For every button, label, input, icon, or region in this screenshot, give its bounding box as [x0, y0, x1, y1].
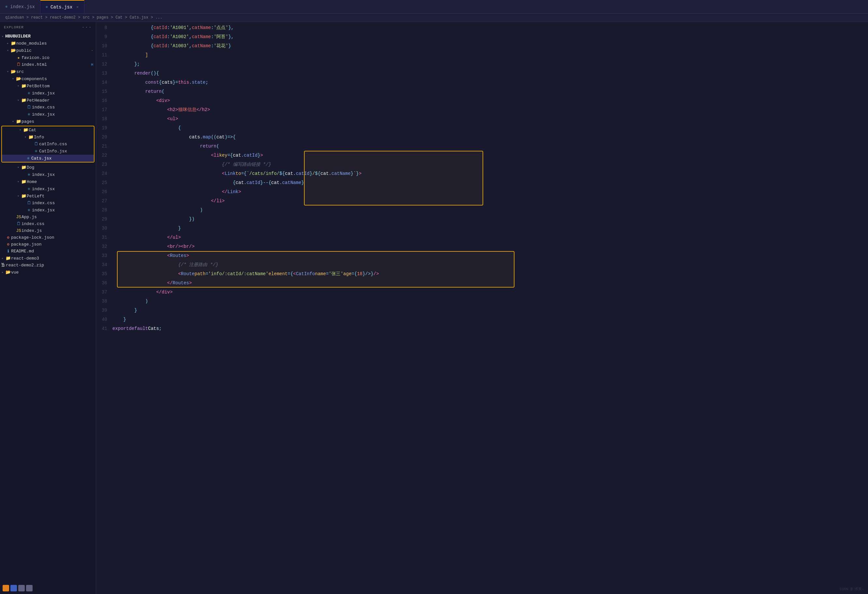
folder-icon-petleft: 📁 [21, 193, 27, 199]
tree-item-readme[interactable]: ℹ README.md [0, 248, 96, 255]
sidebar-menu-button[interactable]: ··· [81, 24, 92, 30]
main-layout: EXPLORER ··· HBUBUILDER 📁 node_modules 📂… [0, 22, 868, 594]
tree-label-dog-index: index.jsx [32, 172, 96, 177]
code-line-26: </Link> [112, 187, 862, 196]
tree-arrow-petleft [16, 194, 21, 198]
tab-cats-jsx[interactable]: ⚛ Cats.jsx ✕ [40, 0, 84, 13]
code-line-12: }; [112, 60, 862, 69]
tree-label-react-demo2-zip: react-demo2.zip [6, 263, 96, 268]
tree-label-petleft: PetLeft [27, 194, 96, 199]
code-line-19: { [112, 124, 862, 133]
tree-label-index-html: index.html [22, 62, 91, 67]
tree-item-cat[interactable]: 📁 Cat [2, 126, 94, 134]
tree-label-info: Info [34, 135, 94, 140]
tab-index-jsx-label: index.jsx [10, 4, 35, 9]
code-line-30: } [112, 224, 862, 233]
tree-item-package-lock[interactable]: ⚙ package-lock.json [0, 234, 96, 241]
tree-label-catinfo-css: catInfo.css [39, 141, 94, 147]
tree-item-package-json[interactable]: ⚙ package.json [0, 241, 96, 248]
code-line-34: {/* 注册路由 */} [112, 260, 862, 269]
tree-label-index-css: index.css [22, 221, 96, 226]
tree-label-dog: Dog [27, 165, 96, 170]
code-line-36: </Routes> [112, 279, 862, 287]
tree-label-readme: README.md [11, 249, 96, 254]
tree-item-index-html[interactable]: 🗒 index.html M [0, 61, 96, 68]
tree-item-react-demo2-zip[interactable]: 🗜 react-demo2.zip [0, 262, 96, 269]
tree-item-hbubuilder[interactable]: HBUBUILDER [0, 33, 96, 40]
tree-item-dog-index[interactable]: ⚛ index.jsx [0, 171, 96, 178]
tree-item-public[interactable]: 📂 public · [0, 47, 96, 54]
tree-label-cats-jsx: Cats.jsx [31, 156, 94, 161]
folder-icon-info: 📁 [28, 134, 34, 140]
tree-item-petleft-jsx[interactable]: ⚛ index.jsx [0, 206, 96, 214]
tree-item-catinfo-jsx[interactable]: ⚛ CatInfo.jsx [2, 147, 94, 155]
code-line-27: </li> [112, 196, 862, 205]
tree-item-dog[interactable]: 📁 Dog [0, 164, 96, 171]
tree-item-petbottom-index[interactable]: ⚛ index.jsx [0, 90, 96, 97]
tree-label-components: components [22, 77, 96, 81]
css-icon-petheader: 🗒 [26, 105, 32, 110]
sidebar: EXPLORER ··· HBUBUILDER 📁 node_modules 📂… [0, 22, 96, 594]
tree-arrow-public [5, 49, 10, 52]
tree-item-petleft-css[interactable]: 🗒 index.css [0, 200, 96, 206]
code-editor[interactable]: {catId:'A1001',catName:'点点'}, {catId:'A1… [112, 23, 868, 594]
status-dot-gray [18, 585, 25, 591]
tree-item-index-js[interactable]: JS index.js [0, 227, 96, 234]
jsx-icon-petleft: ⚛ [26, 208, 32, 213]
code-line-13: render(){ [112, 69, 862, 78]
code-line-29: }) [112, 215, 862, 224]
folder-icon-home: 📁 [21, 179, 27, 184]
tree-item-info[interactable]: 📁 Info [2, 134, 94, 141]
tab-close-button[interactable]: ✕ [76, 4, 78, 9]
tree-item-node-modules[interactable]: 📁 node_modules [0, 40, 96, 47]
jsx-icon-dog-index: ⚛ [26, 172, 32, 177]
tree-arrow-info [23, 135, 28, 139]
tree-item-favicon[interactable]: ★ favicon.ico [0, 54, 96, 61]
tree-label-node-modules: node_modules [16, 41, 93, 46]
tree-item-app-js[interactable]: JS App.js [0, 214, 96, 221]
md-icon-readme: ℹ [5, 249, 11, 254]
tree-label-pages: pages [22, 119, 96, 124]
tree-item-catinfo-css[interactable]: 🗒 catInfo.css [2, 141, 94, 147]
editor-area: 8 9 10 11 12 13 14 15 16 17 18 19 20 21 … [96, 22, 868, 594]
tree-item-cats-jsx[interactable]: ⚛ Cats.jsx [2, 155, 94, 162]
json-icon-package: ⚙ [5, 242, 11, 247]
jsx-icon-catinfo: ⚛ [33, 149, 39, 154]
tree-item-petheader-jsx[interactable]: ⚛ index.jsx [0, 111, 96, 118]
tree-label-petheader: PetHeader [27, 98, 96, 103]
explorer-label: EXPLORER [4, 25, 24, 29]
status-dot-blue [10, 585, 17, 591]
folder-icon-src: 📂 [10, 69, 16, 74]
tree-badge-index-html: M [91, 63, 93, 67]
code-highlight-region-1: <li key={cat.catId}> {/* 编写路由链接 */} [112, 151, 862, 205]
jsx-icon-cats: ⚛ [25, 156, 31, 161]
tree-arrow-home [16, 180, 21, 184]
tree-item-home[interactable]: 📁 Home [0, 178, 96, 185]
code-line-24: <Link to={`/cats/info/${cat.catId}/${cat… [112, 169, 862, 178]
tree-item-petbottom[interactable]: 📁 PetBottom [0, 83, 96, 90]
tree-item-react-demo3[interactable]: 📁 react-demo3 [0, 255, 96, 262]
tree-item-src[interactable]: 📂 src [0, 68, 96, 75]
tree-item-components[interactable]: 📂 components [0, 75, 96, 83]
tree-item-petheader-css[interactable]: 🗒 index.css [0, 104, 96, 111]
tree-label-petleft-jsx: index.jsx [32, 208, 96, 213]
css-icon-petleft: 🗒 [26, 200, 32, 205]
tree-item-petleft[interactable]: 📁 PetLeft [0, 193, 96, 200]
status-dot-gray2 [26, 585, 32, 591]
tree-item-home-index[interactable]: ⚛ index.jsx [0, 185, 96, 193]
folder-icon-petheader: 📁 [21, 98, 27, 103]
tree-item-vue[interactable]: 📂 vue [0, 269, 96, 276]
tree-item-petheader[interactable]: 📁 PetHeader [0, 97, 96, 104]
breadcrumb: qianduan > react > react-demo2 > src > p… [0, 14, 868, 22]
tree-item-pages[interactable]: 📁 pages [0, 118, 96, 125]
folder-icon-node-modules: 📁 [10, 41, 16, 46]
tree-badge-public: · [91, 49, 93, 52]
code-line-18: <ul> [112, 114, 862, 124]
tree-arrow-pages [10, 119, 16, 124]
code-line-22: <li key={cat.catId}> [112, 151, 862, 160]
tree-label-petheader-css: index.css [32, 105, 96, 110]
tree-arrow-hbubuilder [0, 34, 5, 38]
tree-item-index-css[interactable]: 🗒 index.css [0, 221, 96, 227]
tree-arrow-cat [18, 128, 23, 132]
tab-index-jsx[interactable]: ⚛ index.jsx [0, 0, 40, 13]
